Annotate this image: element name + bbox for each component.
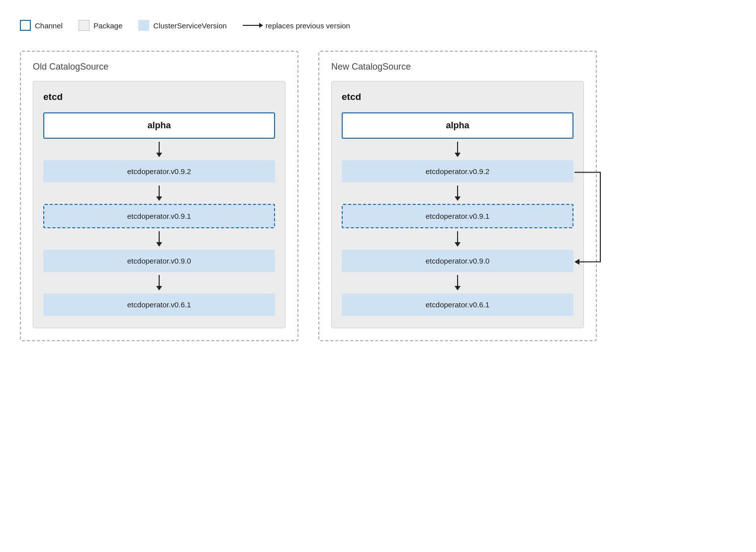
old-arrow-1 xyxy=(43,142,275,157)
legend-channel: Channel xyxy=(20,20,63,31)
new-csv-v092: etcdoperator.v0.9.2 xyxy=(342,160,573,183)
diagrams-container: Old CatalogSource etcd alpha etcdoperato… xyxy=(20,51,736,341)
old-arrow-3 xyxy=(43,231,275,247)
legend-replaces: replaces previous version xyxy=(243,21,350,30)
new-package-name: etcd xyxy=(342,92,573,102)
new-arrow-2 xyxy=(342,185,573,201)
csv-icon xyxy=(138,20,149,31)
new-arrow-1 xyxy=(342,142,573,157)
new-channel-box: alpha xyxy=(342,112,573,139)
new-catalog-wrapper: New CatalogSource etcd alpha etcdoperato… xyxy=(318,51,597,341)
old-package-name: etcd xyxy=(43,92,275,102)
legend: Channel Package ClusterServiceVersion re… xyxy=(20,15,736,36)
old-csv-v091: etcdoperator.v0.9.1 xyxy=(43,204,275,228)
channel-label: Channel xyxy=(35,21,63,30)
old-arrow-line-1 xyxy=(159,142,160,153)
package-icon xyxy=(79,20,90,31)
new-csv-v091: etcdoperator.v0.9.1 xyxy=(342,204,573,228)
new-channel-label: alpha xyxy=(446,120,469,130)
old-csv-v092: etcdoperator.v0.9.2 xyxy=(43,160,275,183)
new-catalog-source: New CatalogSource etcd alpha etcdoperato… xyxy=(318,51,597,341)
new-arrow-4 xyxy=(342,275,573,290)
new-csv-v061: etcdoperator.v0.6.1 xyxy=(342,293,573,316)
legend-csv: ClusterServiceVersion xyxy=(138,20,227,31)
old-arrow-head-1 xyxy=(156,153,162,157)
arrow-line-icon xyxy=(243,25,263,26)
legend-package: Package xyxy=(79,20,122,31)
csv-label: ClusterServiceVersion xyxy=(153,21,227,30)
channel-icon xyxy=(20,20,31,31)
old-arrow-4 xyxy=(43,275,275,290)
old-arrow-2 xyxy=(43,185,275,201)
replaces-label: replaces previous version xyxy=(266,21,350,30)
package-label: Package xyxy=(94,21,122,30)
new-csv-v090: etcdoperator.v0.9.0 xyxy=(342,250,573,272)
old-csv-v061: etcdoperator.v0.6.1 xyxy=(43,293,275,316)
new-package-box: etcd alpha etcdoperator.v0.9.2 xyxy=(331,81,584,328)
old-channel-box: alpha xyxy=(43,112,275,139)
old-catalog-source: Old CatalogSource etcd alpha etcdoperato… xyxy=(20,51,298,341)
old-channel-label: alpha xyxy=(147,120,171,130)
new-arrow-3 xyxy=(342,231,573,247)
old-catalog-title: Old CatalogSource xyxy=(33,62,285,72)
old-csv-v090: etcdoperator.v0.9.0 xyxy=(43,250,275,272)
old-package-box: etcd alpha etcdoperator.v0.9.2 etcdopera… xyxy=(33,81,285,328)
new-catalog-title: New CatalogSource xyxy=(331,62,584,72)
